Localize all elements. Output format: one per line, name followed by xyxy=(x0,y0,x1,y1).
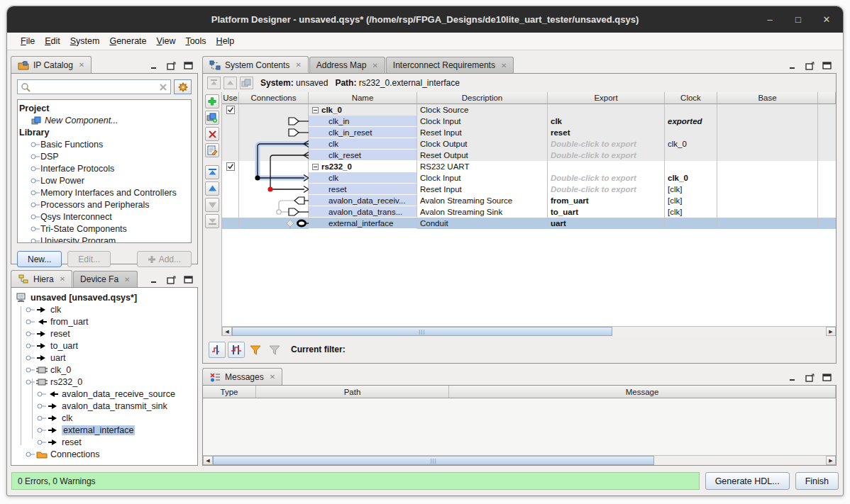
use-checkbox[interactable] xyxy=(226,106,235,114)
hiera-item-rs232-0[interactable]: rs232_0 xyxy=(14,376,194,388)
hiera-item-clk[interactable]: clk xyxy=(14,303,194,315)
export-cell[interactable]: uart xyxy=(548,218,665,229)
description-cell[interactable]: Conduit xyxy=(417,218,548,229)
panel-maximize-icon[interactable] xyxy=(183,61,194,70)
tab-close-icon[interactable]: ✕ xyxy=(60,275,65,283)
column-header-use[interactable]: Use xyxy=(222,92,239,103)
add-component-button[interactable]: Add... xyxy=(137,251,192,267)
base-cell[interactable] xyxy=(717,161,818,172)
ip-item-university-program[interactable]: University Program xyxy=(19,235,189,243)
ip-item-memory-interfaces-and-controllers[interactable]: Memory Interfaces and Controllers xyxy=(19,186,189,198)
table-row-clk[interactable]: clkClock OutputDouble-click to exportclk… xyxy=(222,138,836,150)
tab-close-icon[interactable]: ✕ xyxy=(372,62,377,69)
name-cell[interactable]: rs232_0 xyxy=(309,161,417,172)
export-cell[interactable] xyxy=(548,161,665,172)
edit-component-button[interactable]: Edit... xyxy=(67,251,111,267)
column-header-name[interactable]: Name xyxy=(309,92,417,103)
panel-minimize-icon[interactable] xyxy=(149,61,160,70)
description-cell[interactable]: Reset Output xyxy=(417,150,548,161)
description-cell[interactable]: Reset Input xyxy=(417,127,548,138)
add-component-button[interactable] xyxy=(205,111,219,125)
ip-item-processors-and-peripherals[interactable]: Processors and Peripherals xyxy=(19,198,189,211)
panel-minimize-icon[interactable] xyxy=(788,373,798,382)
tab-close-icon[interactable]: ✕ xyxy=(124,276,130,284)
ip-search-box[interactable] xyxy=(17,79,171,94)
messages-hscrollbar[interactable]: ◀ ||| ▶ xyxy=(203,455,836,465)
hiera-item-uart[interactable]: uart xyxy=(14,352,194,364)
maximize-window-icon[interactable]: □ xyxy=(792,14,805,25)
signal-filter-button[interactable] xyxy=(228,342,245,358)
column-header-base[interactable]: Base xyxy=(717,92,818,103)
system-tab-system-contents[interactable]: System Contents✕ xyxy=(202,56,309,73)
table-row-avalon_data_trans[interactable]: avalon_data_trans...Avalon Streaming Sin… xyxy=(222,206,836,218)
clock-cell[interactable]: [clk] xyxy=(665,184,717,195)
table-row-reset[interactable]: resetReset InputDouble-click to export[c… xyxy=(222,184,836,195)
remove-button[interactable] xyxy=(205,127,219,141)
filter-funnel-button[interactable] xyxy=(247,342,264,358)
ip-item-qsys-interconnect[interactable]: Qsys Interconnect xyxy=(19,211,189,223)
name-cell[interactable]: external_interface xyxy=(309,218,417,229)
system-tab-interconnect-requirements[interactable]: Interconnect Requirements✕ xyxy=(386,57,514,73)
column-header-description[interactable]: Description xyxy=(417,92,548,103)
move-top-button[interactable] xyxy=(205,165,219,179)
clock-cell[interactable]: [clk] xyxy=(665,195,717,206)
description-cell[interactable]: Avalon Streaming Sink xyxy=(417,206,548,218)
move-up-button[interactable] xyxy=(205,181,219,196)
ip-catalog-tab-ip-catalog[interactable]: IP Catalog✕ xyxy=(11,56,92,73)
hiera-item-reset[interactable]: reset xyxy=(14,436,194,448)
panel-maximize-icon[interactable] xyxy=(822,373,832,382)
menu-generate[interactable]: Generate xyxy=(104,35,151,47)
ip-item-basic-functions[interactable]: Basic Functions xyxy=(19,138,189,150)
clock-crossing-filter-button[interactable] xyxy=(209,342,226,358)
ip-item-project[interactable]: Project xyxy=(19,102,189,114)
search-settings-button[interactable] xyxy=(174,79,192,94)
hiera-item-to-uart[interactable]: to_uart xyxy=(14,340,194,352)
component-disabled-button[interactable] xyxy=(240,77,253,89)
collapse-icon[interactable] xyxy=(312,164,319,170)
messages-tab-messages[interactable]: Messages✕ xyxy=(202,368,282,385)
column-header-clock[interactable]: Clock xyxy=(665,92,717,103)
hiera-item-avalon-data-receive-source[interactable]: avalon_data_receive_source xyxy=(14,388,194,400)
scroll-left-icon[interactable]: ◀ xyxy=(203,456,213,465)
name-cell[interactable]: avalon_data_receiv... xyxy=(309,195,417,206)
scroll-left-icon[interactable]: ◀ xyxy=(222,327,232,336)
menu-system[interactable]: System xyxy=(65,35,105,47)
hiera-item-connections[interactable]: Connections xyxy=(14,448,194,460)
system-tab-address-map[interactable]: Address Map✕ xyxy=(309,57,385,73)
ip-item-interface-protocols[interactable]: Interface Protocols xyxy=(19,162,189,174)
table-row-clk_in_reset[interactable]: clk_in_resetReset Inputreset xyxy=(222,127,836,138)
base-cell[interactable] xyxy=(717,206,818,218)
base-cell[interactable] xyxy=(717,127,818,138)
clock-cell[interactable]: [clk] xyxy=(665,206,717,218)
panel-float-icon[interactable] xyxy=(805,373,815,382)
table-row-avalon_data_receiv[interactable]: avalon_data_receiv...Avalon Streaming So… xyxy=(222,195,836,206)
scroll-right-icon[interactable]: ▶ xyxy=(826,327,836,336)
move-up-disabled-button[interactable] xyxy=(223,77,237,89)
ip-item-tri-state-components[interactable]: Tri-State Components xyxy=(19,223,189,235)
column-header-export[interactable]: Export xyxy=(548,92,665,103)
export-cell[interactable]: Double-click to export xyxy=(548,184,665,195)
scroll-right-icon[interactable]: ▶ xyxy=(826,456,836,465)
clock-cell[interactable]: exported xyxy=(665,116,717,127)
minimize-window-icon[interactable]: – xyxy=(763,14,776,25)
panel-float-icon[interactable] xyxy=(166,61,177,70)
clock-cell[interactable]: clk_0 xyxy=(665,138,717,150)
move-top-disabled-button[interactable] xyxy=(207,77,221,89)
name-cell[interactable]: clk_0 xyxy=(309,104,417,116)
panel-minimize-icon[interactable] xyxy=(788,61,798,70)
tab-close-icon[interactable]: ✕ xyxy=(270,373,275,381)
ip-item-new-component-[interactable]: New Component... xyxy=(19,114,189,126)
base-cell[interactable] xyxy=(717,195,818,206)
description-cell[interactable]: Clock Input xyxy=(417,116,548,127)
export-cell[interactable] xyxy=(548,104,665,116)
messages-column-type[interactable]: Type xyxy=(203,386,256,398)
clock-cell[interactable]: clk_0 xyxy=(665,172,717,184)
hiera-item-clk[interactable]: clk xyxy=(14,412,194,424)
name-cell[interactable]: clk xyxy=(309,138,417,150)
name-cell[interactable]: clk_reset xyxy=(309,150,417,161)
panel-maximize-icon[interactable] xyxy=(822,61,832,70)
table-hscrollbar[interactable]: ◀ ||| ▶ xyxy=(222,326,836,336)
table-row-clk[interactable]: clkClock InputDouble-click to exportclk_… xyxy=(222,172,836,184)
menu-help[interactable]: Help xyxy=(211,35,240,47)
base-cell[interactable] xyxy=(717,172,818,184)
